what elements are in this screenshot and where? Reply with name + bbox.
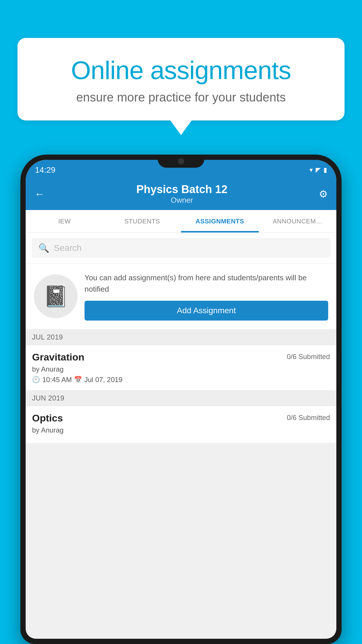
- tab-assignments[interactable]: ASSIGNMENTS: [181, 210, 259, 232]
- status-time: 14:29: [35, 165, 55, 175]
- search-icon: 🔍: [38, 243, 49, 253]
- assignment-date: Jul 07, 2019: [84, 376, 122, 384]
- speech-bubble: Online assignments ensure more practice …: [17, 38, 345, 120]
- content-area: 🔍 Search 📓 You can add assignment(s) fro…: [26, 233, 336, 443]
- assignment-meta: 🕙 10:45 AM 📅 Jul 07, 2019: [32, 376, 330, 384]
- assignment-row: Gravitation 0/6 Submitted: [32, 351, 330, 363]
- batch-name: Physics Batch 12: [136, 183, 228, 196]
- assignment-submitted: 0/6 Submitted: [287, 414, 330, 422]
- tab-announcements[interactable]: ANNOUNCEM…: [259, 210, 337, 232]
- speech-bubble-container: Online assignments ensure more practice …: [17, 38, 345, 120]
- promo-description: You can add assignment(s) from here and …: [85, 272, 328, 295]
- tab-students[interactable]: STUDENTS: [103, 210, 181, 232]
- phone-notch: [158, 155, 204, 168]
- header-center: Physics Batch 12 Owner: [136, 183, 228, 205]
- search-placeholder: Search: [54, 243, 82, 253]
- camera-icon: [178, 158, 184, 164]
- add-assignment-button[interactable]: Add Assignment: [85, 301, 328, 321]
- promo-icon-circle: 📓: [34, 274, 78, 318]
- phone-frame: 14:29 ▾ ◤ ▮ ← Physics Batch 12 Owner ⚙ I…: [20, 155, 342, 644]
- promo-content: You can add assignment(s) from here and …: [85, 272, 328, 321]
- clock-icon: 🕙: [32, 376, 40, 384]
- promo-card: 📓 You can add assignment(s) from here an…: [26, 263, 336, 330]
- battery-icon: ▮: [324, 166, 327, 174]
- section-header-jun: JUN 2019: [26, 391, 336, 406]
- settings-icon[interactable]: ⚙: [319, 188, 328, 200]
- bubble-subtitle: ensure more practice for your students: [38, 90, 324, 104]
- assignment-submitted: 0/6 Submitted: [287, 353, 330, 361]
- wifi-icon: ▾: [310, 166, 313, 174]
- back-button[interactable]: ←: [34, 188, 45, 200]
- assignment-row: Optics 0/6 Submitted: [32, 412, 330, 424]
- assignment-name: Gravitation: [32, 351, 84, 363]
- role-label: Owner: [136, 196, 228, 205]
- assignment-item-optics[interactable]: Optics 0/6 Submitted by Anurag: [26, 406, 336, 443]
- assignment-by: by Anurag: [32, 365, 330, 373]
- assignment-name: Optics: [32, 412, 63, 424]
- tab-iew[interactable]: IEW: [26, 210, 103, 232]
- calendar-icon: 📅: [74, 376, 82, 384]
- search-container: 🔍 Search: [26, 233, 336, 263]
- status-icons: ▾ ◤ ▮: [310, 166, 327, 174]
- phone-screen: 14:29 ▾ ◤ ▮ ← Physics Batch 12 Owner ⚙ I…: [26, 160, 336, 639]
- search-bar[interactable]: 🔍 Search: [31, 238, 331, 258]
- bubble-title: Online assignments: [38, 55, 324, 85]
- app-header: ← Physics Batch 12 Owner ⚙: [26, 178, 336, 210]
- assignment-item-gravitation[interactable]: Gravitation 0/6 Submitted by Anurag 🕙 10…: [26, 345, 336, 391]
- tabs-bar: IEW STUDENTS ASSIGNMENTS ANNOUNCEM…: [26, 210, 336, 233]
- notebook-icon: 📓: [43, 284, 68, 308]
- section-header-jul: JUL 2019: [26, 330, 336, 345]
- assignment-time: 10:45 AM: [42, 376, 72, 384]
- assignment-by: by Anurag: [32, 426, 330, 434]
- signal-icon: ◤: [316, 166, 321, 174]
